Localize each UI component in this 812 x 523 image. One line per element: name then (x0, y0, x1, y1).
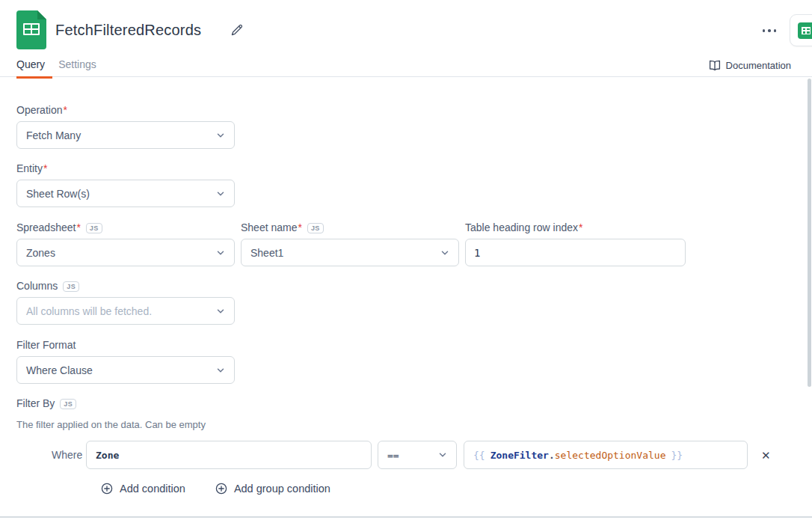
where-condition-row: Where == {{ZoneFilter.selectedOptionValu… (16, 441, 812, 469)
field-filter-by: Filter By JS The filter applied on the d… (16, 398, 812, 495)
field-sheet-name: Sheet name* JS Sheet1 (241, 222, 459, 266)
filter-format-select[interactable]: Where Clause (16, 356, 235, 384)
spreadsheet-select[interactable]: Zones (16, 239, 235, 266)
where-label: Where (52, 449, 79, 461)
entity-label: Entity* (16, 163, 812, 174)
heading-row-label: Table heading row index* (465, 222, 686, 233)
field-filter-format: Filter Format Where Clause (16, 340, 812, 384)
operation-value: Fetch Many (26, 129, 81, 141)
sheet-name-select[interactable]: Sheet1 (241, 239, 459, 266)
filter-by-helper-text: The filter applied on the data. Can be e… (16, 419, 812, 430)
filter-format-label: Filter Format (16, 340, 812, 351)
add-condition-label: Add condition (120, 483, 185, 495)
query-header: FetchFilteredRecords (0, 0, 812, 56)
edit-name-button[interactable] (229, 22, 245, 38)
chevron-down-icon (438, 450, 447, 459)
operation-label: Operation* (16, 105, 812, 116)
sheets-fold-corner (37, 10, 46, 19)
condition-value-input[interactable]: {{ZoneFilter.selectedOptionValue}} (464, 441, 748, 469)
columns-placeholder: All columns will be fetched. (26, 305, 152, 317)
chevron-down-icon (216, 307, 225, 316)
columns-select[interactable]: All columns will be fetched. (16, 297, 235, 325)
condition-actions-row: Add condition Add group condition (101, 483, 812, 495)
sheet-name-value: Sheet1 (250, 247, 283, 259)
add-group-condition-button[interactable]: Add group condition (215, 483, 330, 495)
condition-operator-select[interactable]: == (378, 441, 457, 469)
chevron-down-icon (216, 248, 225, 257)
chevron-down-icon (440, 248, 449, 257)
required-mark: * (579, 222, 582, 233)
required-mark: * (43, 163, 47, 174)
field-row-sheet: Spreadsheet* JS Zones Sheet name* JS She… (16, 222, 812, 266)
editor-tabbar: Query Settings Documentation (0, 56, 812, 77)
remove-condition-button[interactable]: ✕ (761, 450, 771, 461)
required-mark: * (63, 105, 67, 116)
google-sheets-icon (16, 10, 46, 49)
filter-by-label: Filter By JS (16, 398, 812, 409)
spreadsheet-label: Spreadsheet* JS (16, 222, 235, 233)
js-toggle-badge[interactable]: JS (86, 223, 102, 233)
code-object-name: ZoneFilter (490, 450, 549, 461)
more-options-button[interactable] (758, 25, 781, 37)
chevron-down-icon (216, 189, 225, 198)
plus-circle-icon (215, 483, 227, 495)
field-operation: Operation* Fetch Many (16, 105, 812, 149)
sheet-name-label: Sheet name* JS (241, 222, 459, 233)
filter-format-value: Where Clause (26, 364, 93, 376)
documentation-label: Documentation (726, 60, 791, 71)
field-columns: Columns JS All columns will be fetched. (16, 281, 812, 325)
query-name-title: FetchFilteredRecords (55, 22, 201, 39)
field-heading-row-index: Table heading row index* (465, 222, 686, 266)
js-toggle-badge[interactable]: JS (63, 281, 79, 292)
add-condition-button[interactable]: Add condition (101, 483, 185, 495)
columns-label: Columns JS (16, 281, 812, 292)
condition-key-input[interactable] (86, 441, 372, 469)
datasource-card[interactable] (790, 14, 812, 46)
code-close-brace: }} (671, 450, 683, 461)
book-icon (709, 60, 721, 71)
code-open-brace: {{ (473, 450, 485, 461)
chevron-down-icon (216, 131, 225, 140)
code-property-name: selectedOptionValue (555, 450, 666, 461)
chevron-down-icon (216, 366, 225, 375)
query-form: Operation* Fetch Many Entity* Sheet Row(… (0, 105, 812, 495)
field-entity: Entity* Sheet Row(s) (16, 163, 812, 207)
js-toggle-badge[interactable]: JS (60, 399, 76, 409)
add-group-condition-label: Add group condition (234, 483, 330, 495)
code-dot: . (549, 450, 555, 461)
field-spreadsheet: Spreadsheet* JS Zones (16, 222, 235, 266)
dot-icon (763, 29, 766, 32)
dot-icon (768, 29, 771, 32)
google-sheets-mini-icon (798, 22, 812, 39)
required-mark: * (76, 222, 80, 233)
js-toggle-badge[interactable]: JS (307, 223, 324, 233)
tab-query[interactable]: Query (16, 56, 52, 79)
entity-select[interactable]: Sheet Row(s) (16, 180, 235, 207)
vertical-scrollbar[interactable] (808, 79, 811, 387)
heading-row-input[interactable] (465, 239, 686, 266)
required-mark: * (298, 222, 302, 233)
plus-circle-icon (101, 483, 113, 495)
tab-settings[interactable]: Settings (58, 56, 104, 76)
entity-value: Sheet Row(s) (26, 188, 90, 200)
sheets-grid-glyph (23, 23, 40, 35)
dot-icon (774, 29, 777, 32)
documentation-link[interactable]: Documentation (709, 60, 791, 71)
pencil-icon (229, 22, 245, 38)
spreadsheet-value: Zones (26, 247, 55, 259)
operator-value: == (387, 450, 399, 461)
bottom-divider (0, 516, 812, 518)
operation-select[interactable]: Fetch Many (16, 121, 235, 149)
